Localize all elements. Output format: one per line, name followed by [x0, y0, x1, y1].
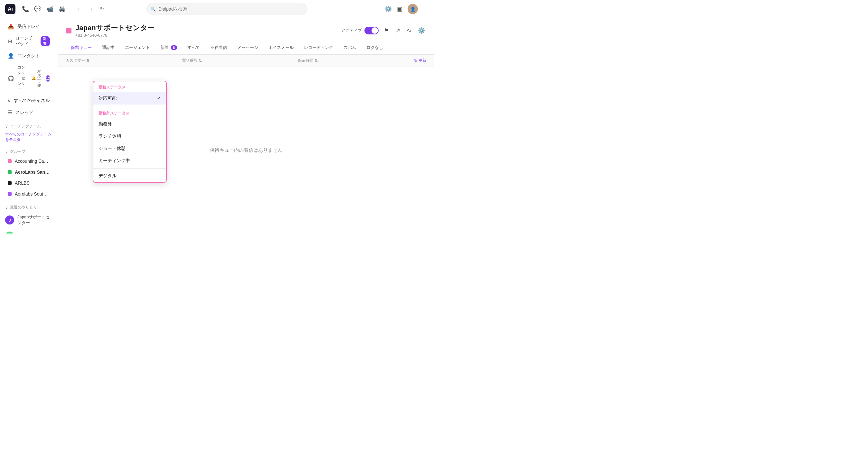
dropdown-divider: [93, 106, 166, 106]
tab-in-call[interactable]: 通話中: [97, 41, 120, 54]
cc-status-label: 対応可能: [37, 69, 43, 88]
recent-sato[interactable]: S Sato Hiroshi: [0, 229, 58, 234]
settings-button[interactable]: ⚙️: [416, 26, 426, 35]
tab-agents[interactable]: エージェント: [120, 41, 155, 54]
signal-button[interactable]: ∿: [405, 26, 413, 35]
title-color-dot: [66, 28, 71, 33]
topbar-right: ⚙️ ▣ 👤 ⋮: [385, 4, 429, 14]
avatar[interactable]: 👤: [408, 4, 418, 14]
recent-section[interactable]: ∨ 最近のやりとり: [0, 202, 58, 211]
topbar: Ai 📞 💬 📹 🖨️ ← → ↻ 🔍 ⚙️ ▣ 👤 ⋮: [0, 0, 434, 18]
search-bar: 🔍: [147, 4, 307, 14]
groups-section[interactable]: ∨ グループ: [0, 146, 58, 156]
content-title: Japanサポートセンター +81 3-4540-0778: [66, 23, 155, 38]
tab-new[interactable]: 新着 6: [155, 41, 182, 54]
tab-hold-queue[interactable]: 保留キュー: [66, 41, 97, 54]
group-color-arlbs: [8, 181, 11, 185]
settings-icon[interactable]: ⚙️: [385, 5, 392, 12]
checkmark-icon: ✓: [157, 95, 161, 101]
more-icon[interactable]: ⋮: [423, 5, 429, 12]
sidebar-item-all-channels[interactable]: # すべてのチャネル: [3, 95, 55, 106]
page-phone: +81 3-4540-0778: [75, 33, 155, 38]
status-meeting[interactable]: ミーティング中: [93, 155, 166, 167]
new-tab-badge: 6: [170, 45, 177, 50]
search-input[interactable]: [147, 4, 307, 14]
on-duty-label: 勤務ステータス: [93, 81, 166, 92]
contacts-icon: 👤: [8, 53, 14, 59]
layout-icon[interactable]: ▣: [397, 5, 402, 12]
cc-status-icon: 🔔: [32, 76, 36, 80]
phone-icon[interactable]: 📞: [22, 5, 29, 12]
contact-center-icon: 🎧: [8, 75, 14, 81]
chevron-down-icon-2: ∨: [5, 149, 8, 154]
cc-status: 🔔 対応可能 13: [32, 69, 50, 88]
refresh-button[interactable]: ↻: [98, 4, 106, 13]
tab-voicemail[interactable]: ボイスメール: [264, 41, 299, 54]
coaching-link[interactable]: すべてのコーチングチームをモニタ: [0, 130, 58, 144]
group-color-aerolabs-sf: [8, 170, 11, 174]
sidebar-item-contacts[interactable]: 👤 コンタクト: [3, 50, 55, 61]
new-badge: 新着: [40, 36, 50, 46]
tab-missed[interactable]: 不在着信: [205, 41, 232, 54]
active-toggle-switch[interactable]: [365, 27, 379, 34]
chevron-down-icon: ∨: [5, 124, 8, 129]
sidebar-item-launchpad[interactable]: ⊞ ローンチパッド 新着: [3, 33, 55, 49]
group-aerolabs-sp[interactable]: Aerolabs South Pacific: [3, 189, 55, 199]
table-header: カスタマー ⇅ 電話番号 ⇅ 保留時間 ⇅ ↻ 更新: [58, 55, 434, 67]
app-logo[interactable]: Ai: [5, 4, 16, 14]
group-accounting[interactable]: Accounting Eastern E: [3, 156, 55, 166]
tab-all[interactable]: すべて: [182, 41, 205, 54]
group-color-aerolabs-sp: [8, 192, 11, 196]
chevron-down-icon-3: ∨: [5, 205, 8, 210]
cc-badge: 13: [46, 75, 50, 82]
tab-spam[interactable]: スパム: [338, 41, 361, 54]
forward-button[interactable]: →: [86, 5, 95, 13]
print-icon[interactable]: 🖨️: [59, 5, 66, 12]
status-lunch[interactable]: ランチ休憩: [93, 130, 166, 142]
col-phone[interactable]: 電話番号 ⇅: [182, 58, 298, 63]
status-short-break[interactable]: ショート休憩: [93, 142, 166, 155]
group-aerolabs-sf[interactable]: AeroLabs San Franc: [3, 167, 55, 177]
launchpad-icon: ⊞: [8, 38, 12, 44]
tab-no-log[interactable]: ログなし: [361, 41, 388, 54]
channels-icon: #: [8, 98, 11, 104]
content-tabs: 保留キュー 通話中 エージェント 新着 6 すべて 不在着信: [66, 41, 426, 54]
back-button[interactable]: ←: [75, 5, 84, 13]
content-panel: Japanサポートセンター +81 3-4540-0778 アクティブ ⚑ ↗ …: [58, 18, 434, 234]
status-off-duty[interactable]: 勤務外: [93, 118, 166, 130]
status-digital[interactable]: デジタル: [93, 170, 166, 182]
message-icon[interactable]: 💬: [34, 5, 41, 12]
title-actions: アクティブ ⚑ ↗ ∿ ⚙️: [341, 26, 426, 35]
refresh-button[interactable]: ↻ 更新: [414, 58, 426, 63]
threads-icon: ☰: [8, 109, 12, 115]
title-row: Japanサポートセンター +81 3-4540-0778 アクティブ ⚑ ↗ …: [66, 23, 426, 38]
sidebar: 📥 受信トレイ ⊞ ローンチパッド 新着 👤 コンタクト 🎧 コンタクトセンター…: [0, 18, 58, 234]
status-available[interactable]: 対応可能 ✓: [93, 92, 166, 104]
col-hold[interactable]: 保留時間 ⇅: [298, 58, 414, 63]
active-toggle: アクティブ: [341, 27, 379, 34]
dropdown-divider-2: [93, 168, 166, 169]
tab-messages[interactable]: メッセージ: [232, 41, 264, 54]
sidebar-item-inbox[interactable]: 📥 受信トレイ: [3, 21, 55, 32]
stats-button[interactable]: ↗: [394, 26, 401, 35]
tab-recording[interactable]: レコーディング: [299, 41, 338, 54]
recent-japan-support[interactable]: J Japanサポートセンター: [0, 212, 58, 228]
title-info: Japanサポートセンター +81 3-4540-0778: [75, 23, 155, 38]
recent-avatar-japan: J: [5, 215, 14, 225]
status-dropdown[interactable]: 勤務ステータス 対応可能 ✓ 勤務外ステータス 勤務外 ランチ休憩 ショート休憩…: [93, 81, 167, 183]
recent-avatar-sato: S: [5, 232, 14, 234]
refresh-icon: ↻: [414, 59, 417, 63]
sort-icon-hold: ⇅: [315, 59, 318, 63]
main-layout: 📥 受信トレイ ⊞ ローンチパッド 新着 👤 コンタクト 🎧 コンタクトセンター…: [0, 18, 434, 234]
sort-icon-phone: ⇅: [199, 59, 202, 63]
col-customer[interactable]: カスタマー ⇅: [66, 58, 182, 63]
sidebar-item-threads[interactable]: ☰ スレッド: [3, 107, 55, 118]
off-duty-label: 勤務外ステータス: [93, 107, 166, 118]
flag-button[interactable]: ⚑: [382, 26, 390, 35]
sidebar-item-contact-center[interactable]: 🎧 コンタクトセンター 🔔 対応可能 13: [3, 62, 55, 95]
search-icon: 🔍: [150, 6, 156, 11]
page-title: Japanサポートセンター: [75, 23, 155, 33]
coaching-section[interactable]: ∨ コーチングチーム: [0, 121, 58, 130]
group-arlbs[interactable]: ARLBS: [3, 178, 55, 188]
video-icon[interactable]: 📹: [46, 5, 54, 12]
